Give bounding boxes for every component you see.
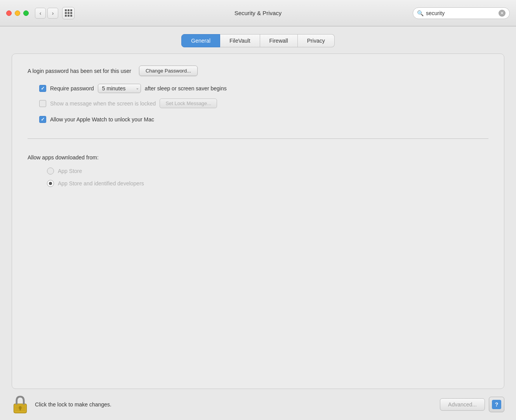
- change-password-button[interactable]: Change Password...: [139, 66, 198, 76]
- allow-apps-section: Allow apps downloaded from: App Store Ap…: [28, 154, 488, 187]
- titlebar: ‹ › Security & Privacy 🔍 ✕: [0, 0, 516, 26]
- radio-inner-dot: [49, 182, 52, 185]
- show-lock-message-label: Show a message when the screen is locked: [50, 100, 156, 107]
- tab-filevault[interactable]: FileVault: [220, 34, 260, 47]
- traffic-lights: [6, 10, 29, 16]
- grid-icon: [65, 9, 72, 17]
- radio-group: App Store App Store and identified devel…: [47, 168, 488, 187]
- radio-appstore[interactable]: [47, 168, 54, 175]
- settings-panel: A login password has been set for this u…: [12, 54, 504, 389]
- radio-appstore-identified[interactable]: [47, 180, 54, 187]
- tab-firewall[interactable]: Firewall: [260, 34, 298, 47]
- after-sleep-text: after sleep or screen saver begins: [145, 85, 227, 92]
- show-lock-message-checkbox[interactable]: [39, 100, 46, 107]
- help-button[interactable]: ?: [489, 397, 504, 412]
- require-password-row: Require password immediately 1 minute 5 …: [39, 84, 488, 93]
- maximize-button[interactable]: [23, 10, 29, 16]
- section-divider: [28, 138, 488, 139]
- lock-text: Click the lock to make changes.: [35, 401, 111, 408]
- close-button[interactable]: [6, 10, 12, 16]
- back-button[interactable]: ‹: [35, 8, 46, 19]
- radio-row-appstore-identified: App Store and identified developers: [47, 180, 488, 187]
- tab-general[interactable]: General: [181, 34, 220, 47]
- apple-watch-checkbox[interactable]: [39, 116, 46, 123]
- password-status-text: A login password has been set for this u…: [28, 68, 131, 74]
- apple-watch-label: Allow your Apple Watch to unlock your Ma…: [50, 116, 154, 123]
- radio-row-appstore: App Store: [47, 168, 488, 175]
- apple-watch-row: Allow your Apple Watch to unlock your Ma…: [39, 116, 488, 123]
- time-select-wrapper: immediately 1 minute 5 minutes 15 minute…: [98, 84, 141, 93]
- help-icon: ?: [492, 400, 501, 409]
- advanced-button: Advanced...: [440, 398, 485, 411]
- password-row: A login password has been set for this u…: [28, 66, 488, 76]
- minimize-button[interactable]: [15, 10, 20, 16]
- search-icon: 🔍: [417, 10, 424, 16]
- bottom-bar: Click the lock to make changes. Advanced…: [0, 389, 516, 420]
- search-bar: 🔍 ✕: [413, 7, 510, 19]
- search-input[interactable]: [426, 10, 496, 16]
- require-password-label: Require password: [50, 85, 94, 92]
- radio-appstore-identified-label: App Store and identified developers: [58, 180, 144, 187]
- lock-icon[interactable]: [12, 395, 29, 414]
- set-lock-message-button: Set Lock Message...: [160, 99, 217, 108]
- lock-message-row: Show a message when the screen is locked…: [39, 99, 488, 108]
- time-select[interactable]: immediately 1 minute 5 minutes 15 minute…: [98, 84, 141, 93]
- bottom-right: Advanced... ?: [440, 397, 504, 412]
- allow-apps-title: Allow apps downloaded from:: [28, 154, 488, 161]
- grid-view-button[interactable]: [62, 7, 75, 19]
- nav-buttons: ‹ ›: [35, 8, 58, 19]
- search-clear-button[interactable]: ✕: [499, 10, 506, 17]
- main-content: General FileVault Firewall Privacy A log…: [0, 26, 516, 389]
- window-title: Security & Privacy: [235, 10, 282, 16]
- forward-button[interactable]: ›: [47, 8, 58, 19]
- require-password-checkbox[interactable]: [39, 85, 46, 92]
- tab-privacy[interactable]: Privacy: [298, 34, 335, 47]
- radio-appstore-label: App Store: [58, 168, 82, 174]
- tab-bar: General FileVault Firewall Privacy: [12, 34, 504, 47]
